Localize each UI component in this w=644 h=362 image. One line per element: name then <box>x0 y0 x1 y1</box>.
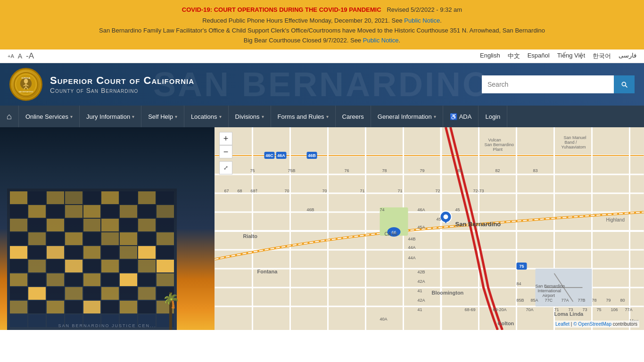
nav-divisions[interactable]: Divisions ▾ <box>229 106 271 127</box>
svg-text:77A: 77A <box>625 307 633 312</box>
svg-text:75B: 75B <box>288 168 296 173</box>
big-bear-notice-line: Big Bear Courthouse Closed 9/7/2022. See… <box>9 37 635 44</box>
alert-banner: COVID-19: COURT OPERATIONS DURING THE CO… <box>0 0 644 49</box>
nav-online-services[interactable]: Online Services ▾ <box>19 106 80 127</box>
map-expand-button[interactable]: ⤢ <box>219 161 232 174</box>
svg-text:71: 71 <box>554 307 559 312</box>
nav-ada[interactable]: ♿ ADA <box>443 106 479 127</box>
svg-text:Yuhaaviatom: Yuhaaviatom <box>561 145 586 149</box>
nav-jury-information[interactable]: Jury Information ▾ <box>80 106 141 127</box>
svg-text:46C: 46C <box>265 153 273 158</box>
svg-text:70: 70 <box>322 189 327 193</box>
map-controls: + − ⤢ <box>219 132 232 174</box>
svg-text:79: 79 <box>420 168 425 173</box>
svg-text:69-20A: 69-20A <box>493 307 507 312</box>
nav-careers[interactable]: Careers <box>336 106 371 127</box>
svg-text:CA 66: CA 66 <box>385 231 398 237</box>
svg-text:46A: 46A <box>418 207 425 212</box>
font-small-button[interactable]: +A <box>8 53 14 59</box>
osm-link[interactable]: © OpenStreetMap <box>573 321 611 327</box>
svg-text:Bloomington: Bloomington <box>432 290 464 296</box>
svg-text:73: 73 <box>583 307 587 312</box>
header-bg-text: SAN BERNARDINO <box>153 65 491 104</box>
svg-text:72: 72 <box>436 189 440 193</box>
svg-text:79: 79 <box>606 298 611 303</box>
svg-text:Vulcan: Vulcan <box>488 138 501 142</box>
phone-notice-link[interactable]: Public Notice <box>404 17 440 24</box>
svg-text:Band /: Band / <box>565 140 578 145</box>
search-button[interactable] <box>614 75 635 93</box>
svg-text:45: 45 <box>455 207 460 212</box>
svg-text:81: 81 <box>458 168 462 173</box>
lang-spanish[interactable]: Español <box>528 52 550 60</box>
svg-text:68: 68 <box>238 189 242 193</box>
map-zoom-out-button[interactable]: − <box>219 145 232 158</box>
lang-korean[interactable]: 한국어 <box>593 52 611 60</box>
svg-text:Rialto: Rialto <box>243 233 258 239</box>
svg-text:SAN BERNARDINO: SAN BERNARDINO <box>18 91 33 93</box>
svg-point-5 <box>24 79 28 83</box>
photo-label: SAN BERNARDINO JUSTICE CEN... <box>0 323 215 328</box>
map-zoom-in-button[interactable]: + <box>219 132 232 145</box>
nav-self-help[interactable]: Self Help ▾ <box>141 106 184 127</box>
site-header: SAN BERNARDINO EUREKA SAN BERNARDINO <box>0 63 644 106</box>
svg-text:Plant: Plant <box>493 147 503 152</box>
lang-vietnamese[interactable]: Tiếng Việt <box>557 52 585 60</box>
svg-text:44A: 44A <box>408 255 416 260</box>
svg-text:44A: 44A <box>408 245 416 250</box>
svg-text:44B: 44B <box>408 237 416 241</box>
ada-icon: ♿ <box>450 113 457 120</box>
nav-general-label: General Information <box>378 113 432 120</box>
court-seal: EUREKA SAN BERNARDINO <box>9 68 42 101</box>
svg-text:68†: 68† <box>251 189 258 193</box>
svg-text:85A: 85A <box>531 298 538 303</box>
svg-text:75: 75 <box>519 264 524 269</box>
header-title: Superior Court of California County of S… <box>50 74 194 94</box>
leaflet-link[interactable]: Leaflet <box>555 321 570 327</box>
font-large-button[interactable]: -A <box>26 51 34 61</box>
svg-text:76: 76 <box>345 168 349 173</box>
svg-text:San Bernardino: San Bernardino <box>536 284 565 288</box>
nav-locations-label: Locations <box>191 113 217 120</box>
svg-text:International: International <box>538 288 561 293</box>
nav-login[interactable]: Login <box>479 106 507 127</box>
svg-text:45A: 45A <box>418 225 425 230</box>
lang-english[interactable]: English <box>480 52 500 60</box>
svg-text:San Bernardino: San Bernardino <box>485 142 514 147</box>
nav-general-information[interactable]: General Information ▾ <box>371 106 443 127</box>
header-search <box>482 75 635 93</box>
nav-locations[interactable]: Locations ▾ <box>184 106 229 127</box>
chevron-down-icon: ▾ <box>219 114 222 119</box>
search-input[interactable] <box>482 75 614 93</box>
svg-text:80: 80 <box>620 298 625 303</box>
attribution-contributors: contributors <box>613 321 637 327</box>
svg-text:46B: 46B <box>307 207 314 212</box>
nav-forms-and-rules[interactable]: Forms and Rules ▾ <box>271 106 336 127</box>
svg-text:72-73: 72-73 <box>473 189 484 193</box>
svg-text:40A: 40A <box>380 317 388 321</box>
home-icon: ⌂ <box>7 112 12 122</box>
big-bear-link[interactable]: Public Notice <box>363 37 399 44</box>
svg-text:83: 83 <box>533 168 538 173</box>
svg-text:San Manuel: San Manuel <box>564 135 586 140</box>
svg-text:67: 67 <box>224 189 229 193</box>
lang-chinese[interactable]: 中文 <box>508 52 520 60</box>
map-container[interactable]: + − ⤢ <box>215 127 644 330</box>
svg-text:42A: 42A <box>418 279 425 284</box>
nav-home[interactable]: ⌂ <box>0 106 19 127</box>
font-med-button[interactable]: A <box>18 52 22 60</box>
svg-text:84: 84 <box>517 281 521 286</box>
language-links: English 中文 Español Tiếng Việt 한국어 فارسی <box>480 52 636 60</box>
lang-farsi[interactable]: فارسی <box>619 52 636 60</box>
nav-divisions-label: Divisions <box>235 113 260 120</box>
svg-text:77B: 77B <box>578 298 586 303</box>
phone-notice-text: Reduced Public Phone Hours Effective Mon… <box>202 17 402 24</box>
svg-text:106: 106 <box>611 307 618 312</box>
move-notice-line: San Bernardino Family Law Facilitator's … <box>9 27 635 34</box>
big-bear-text: Big Bear Courthouse Closed 9/7/2022. See <box>244 37 361 44</box>
svg-text:46A: 46A <box>277 153 285 158</box>
nav-jury-label: Jury Information <box>86 113 130 120</box>
svg-text:78: 78 <box>382 168 387 173</box>
svg-text:77A: 77A <box>561 298 569 303</box>
svg-text:45: 45 <box>437 217 441 222</box>
